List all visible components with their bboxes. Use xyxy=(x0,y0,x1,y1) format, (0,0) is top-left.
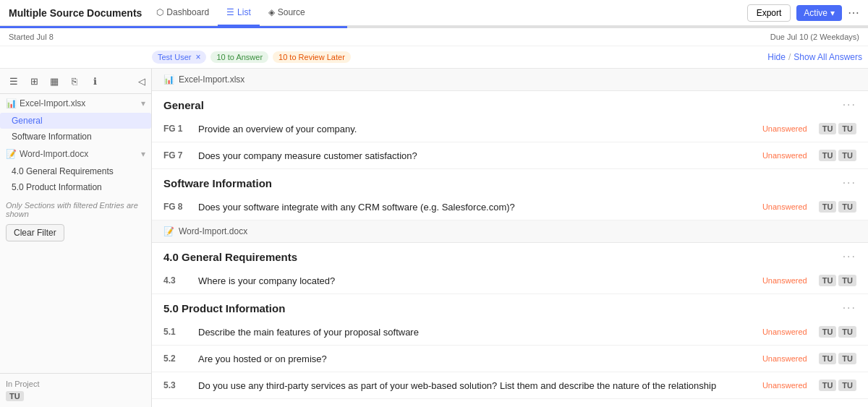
filter-note: Only Sections with filtered Entries are … xyxy=(0,195,151,221)
tu-avatar[interactable]: TU xyxy=(838,353,856,364)
section-more-gen-req[interactable]: ··· xyxy=(843,250,856,263)
outline-icon[interactable]: ☰ xyxy=(6,73,22,89)
section-more-general[interactable]: ··· xyxy=(843,98,856,111)
calendar-icon[interactable]: ▦ xyxy=(46,73,62,89)
tu-avatar[interactable]: TU xyxy=(838,150,856,161)
tu-avatar[interactable]: TU xyxy=(838,275,856,286)
nav-tabs: ⬡ Dashboard ☰ List ◈ Source xyxy=(148,0,313,26)
tu-avatar[interactable]: TU xyxy=(819,380,837,391)
collapse-word-icon[interactable]: ▾ xyxy=(141,149,145,159)
excel-content-icon: 📊 xyxy=(163,74,174,85)
in-project-section: In Project TU xyxy=(0,373,151,407)
tu-avatars: TU TU xyxy=(819,275,856,286)
tu-avatar[interactable]: TU xyxy=(819,326,837,338)
due-date: Due Jul 10 (2 Weekdays) xyxy=(770,33,859,41)
dashboard-icon: ⬡ xyxy=(156,7,163,17)
info-icon[interactable]: ℹ xyxy=(87,73,103,89)
in-project-user-badge: TU xyxy=(6,391,24,401)
filter-bar: Test User × 10 to Answer 10 to Review La… xyxy=(152,51,763,64)
tu-avatar[interactable]: TU xyxy=(819,353,837,364)
filter-bar-wrapper: Test User × 10 to Answer 10 to Review La… xyxy=(0,46,868,69)
file-header-word: 📝 Word-Import.docx xyxy=(152,220,868,243)
question-row: 4.3 Where is your company located? Unans… xyxy=(152,267,868,294)
tu-avatars: TU TU xyxy=(819,380,856,391)
active-button[interactable]: Active ▾ xyxy=(796,5,842,21)
sidebar-toolbar: ☰ ⊞ ▦ ⎘ ℹ ◁ xyxy=(0,69,151,94)
tu-avatar[interactable]: TU xyxy=(819,201,837,213)
sidebar-section-product-info[interactable]: 5.0 Product Information xyxy=(0,179,151,195)
top-bar: Multiple Source Documents ⬡ Dashboard ☰ … xyxy=(0,0,868,26)
question-row: FG 7 Does your company measure customer … xyxy=(152,142,868,169)
tu-avatar[interactable]: TU xyxy=(838,201,856,213)
tu-avatar[interactable]: TU xyxy=(819,275,837,286)
clear-filter-button[interactable]: Clear Filter xyxy=(6,224,64,241)
sidebar-section-software-info[interactable]: Software Information xyxy=(0,129,151,145)
sidebar: ☰ ⊞ ▦ ⎘ ℹ ◁ 📊 Excel-Import.xlsx ▾ Genera… xyxy=(0,69,152,407)
content-area: 📊 Excel-Import.xlsx General ··· FG 1 Pro… xyxy=(152,69,868,407)
sidebar-collapse-icon[interactable]: ◁ xyxy=(138,76,145,87)
grid-icon[interactable]: ⊞ xyxy=(26,73,42,89)
section-more-software[interactable]: ··· xyxy=(843,176,856,189)
app-title: Multiple Source Documents xyxy=(9,7,142,19)
question-row: 5.2 Are you hosted or on premise? Unansw… xyxy=(152,346,868,372)
in-project-label: In Project xyxy=(6,380,39,388)
copy-icon[interactable]: ⎘ xyxy=(67,73,82,89)
section-header-product: 5.0 Product Information ··· xyxy=(152,294,868,319)
tab-list[interactable]: ☰ List xyxy=(218,0,260,26)
tu-avatar[interactable]: TU xyxy=(838,326,856,338)
top-bar-left: Multiple Source Documents ⬡ Dashboard ☰ … xyxy=(9,0,314,26)
section-header-software: Software Information ··· xyxy=(152,169,868,194)
chevron-down-icon: ▾ xyxy=(830,8,835,18)
tab-dashboard[interactable]: ⬡ Dashboard xyxy=(148,0,218,26)
word-file-icon: 📝 xyxy=(6,149,17,159)
sidebar-file-excel[interactable]: 📊 Excel-Import.xlsx ▾ xyxy=(0,94,151,113)
review-filter-chip[interactable]: 10 to Review Later xyxy=(273,51,351,63)
top-bar-actions: Export Active ▾ ⋯ xyxy=(747,4,859,22)
source-icon: ◈ xyxy=(268,7,275,17)
tu-avatars: TU TU xyxy=(819,150,856,161)
tu-avatar[interactable]: TU xyxy=(819,150,837,161)
section-header-general: General ··· xyxy=(152,91,868,116)
question-row: FG 8 Does your software integrate with a… xyxy=(152,194,868,220)
started-date: Started Jul 8 xyxy=(9,33,54,41)
more-options-icon[interactable]: ⋯ xyxy=(848,6,859,20)
tu-avatar[interactable]: TU xyxy=(838,123,856,134)
file-header-excel: 📊 Excel-Import.xlsx xyxy=(152,69,868,91)
sidebar-section-general[interactable]: General xyxy=(0,113,151,129)
excel-file-icon: 📊 xyxy=(6,98,17,108)
tu-avatars: TU TU xyxy=(819,353,856,364)
section-header-gen-req: 4.0 General Requirements ··· xyxy=(152,243,868,267)
sidebar-file-word[interactable]: 📝 Word-Import.docx ▾ xyxy=(0,145,151,163)
tu-avatar[interactable]: TU xyxy=(819,123,837,134)
tu-avatars: TU TU xyxy=(819,326,856,338)
user-filter-chip[interactable]: Test User × xyxy=(152,51,206,64)
question-row: FG 1 Provide an overview of your company… xyxy=(152,116,868,142)
question-row: 5.1 Describe the main features of your p… xyxy=(152,319,868,346)
tab-source[interactable]: ◈ Source xyxy=(260,0,314,26)
tu-avatars: TU TU xyxy=(819,201,856,213)
tu-avatars: TU TU xyxy=(819,123,856,134)
export-button[interactable]: Export xyxy=(747,4,791,22)
tu-avatar[interactable]: TU xyxy=(838,380,856,391)
date-bar: Started Jul 8 Due Jul 10 (2 Weekdays) xyxy=(0,28,868,46)
hide-show-answers[interactable]: Hide / Show All Answers xyxy=(767,52,862,62)
answer-filter-chip[interactable]: 10 to Answer xyxy=(210,51,268,63)
sidebar-section-general-req[interactable]: 4.0 General Requirements xyxy=(0,163,151,179)
collapse-excel-icon[interactable]: ▾ xyxy=(141,98,145,108)
section-more-product[interactable]: ··· xyxy=(843,301,856,314)
sidebar-content: 📊 Excel-Import.xlsx ▾ General Software I… xyxy=(0,94,151,373)
question-row: 5.3 Do you use any third-party services … xyxy=(152,372,868,399)
word-content-icon: 📝 xyxy=(163,226,174,236)
remove-filter-icon[interactable]: × xyxy=(195,52,200,62)
list-icon: ☰ xyxy=(226,7,234,17)
main-layout: ☰ ⊞ ▦ ⎘ ℹ ◁ 📊 Excel-Import.xlsx ▾ Genera… xyxy=(0,69,868,407)
